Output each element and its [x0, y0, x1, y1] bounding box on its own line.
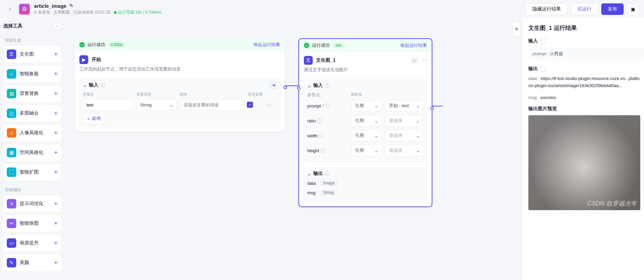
sidebar-item[interactable]: ▨背景替换+: [3, 85, 61, 102]
output-handle[interactable]: [284, 86, 287, 89]
workflow-title: article_image: [34, 3, 66, 9]
layout-button[interactable]: ▣: [627, 4, 639, 15]
info-icon[interactable]: i: [326, 103, 330, 108]
results-output-label: 输出: [528, 66, 538, 72]
param-mode-select[interactable]: 引用⌄: [351, 115, 382, 126]
sidebar-item[interactable]: ⛶智能扩图+: [3, 164, 61, 180]
output-msg-text: msg : success: [528, 94, 644, 101]
sidebar-item[interactable]: ▦空间风格化+: [3, 144, 61, 161]
output-row: msgString: [307, 189, 424, 196]
run-status-label: 运行成功: [87, 42, 105, 48]
output-handle[interactable]: [430, 107, 434, 110]
node-start[interactable]: ✓ 运行成功 0.000s 收起运行结果 ▶ 开始 工作流的起始节点，用于设定启…: [75, 38, 285, 132]
sidebar-item[interactable]: ☺智能换脸+: [3, 66, 61, 82]
param-value-select[interactable]: 开始 - text⌄: [385, 100, 424, 112]
workflow-canvas[interactable]: ≡ ✓ 运行成功 0.000s 收起运行结果 ▶ 开始 工作流的起始节点，用于设…: [64, 18, 522, 280]
tool-icon: ⛶: [7, 167, 16, 177]
add-tool-button[interactable]: +: [54, 169, 58, 176]
param-value-select[interactable]: 请选择⌄: [385, 130, 424, 141]
param-value-select[interactable]: 请选择⌄: [385, 115, 424, 126]
info-icon[interactable]: i: [317, 118, 322, 123]
sidebar-item[interactable]: ✎美颜+: [3, 255, 61, 271]
var-name-input[interactable]: [83, 99, 134, 111]
info-icon[interactable]: i: [325, 171, 330, 176]
info-icon[interactable]: i: [325, 83, 330, 88]
node-description: 工作流的起始节点，用于设定启动工作流需要的信息: [75, 66, 285, 76]
test-run-button[interactable]: 试运行: [571, 3, 598, 15]
node-description: 通过文字描述生成图片: [299, 67, 432, 76]
tool-icon: ◫: [7, 108, 16, 118]
param-row: prompt* i 引用⌄ 开始 - text⌄: [307, 100, 424, 112]
add-tool-button[interactable]: +: [54, 240, 58, 247]
add-tool-button[interactable]: +: [54, 51, 58, 58]
start-node-icon: ▶: [79, 55, 88, 64]
hide-results-button[interactable]: 隐藏运行结果: [526, 3, 567, 15]
run-status: 运行完成 18s | 0 Tokens: [114, 9, 161, 15]
copy-icon[interactable]: [541, 38, 546, 44]
output-type: Image: [320, 180, 338, 186]
info-icon[interactable]: i: [319, 133, 324, 138]
node-text-to-image[interactable]: ✓ 运行成功 14s 收起运行结果 文 文生图_1 ▷ ⋯ 通过文字描述生成图片…: [298, 38, 432, 207]
sidebar-item[interactable]: 文文生图+: [3, 46, 61, 62]
chevron-down-icon[interactable]: ⌄: [83, 82, 87, 88]
info-icon[interactable]: i: [320, 148, 325, 153]
collapse-results-link[interactable]: 收起运行结果: [254, 42, 280, 48]
edit-title-icon[interactable]: ✎: [69, 3, 74, 9]
publish-button[interactable]: 发布: [601, 3, 624, 15]
back-button[interactable]: [5, 4, 15, 14]
col-var-name: 变量名: [83, 92, 134, 97]
chevron-down-icon[interactable]: ⌄: [307, 83, 311, 88]
sidebar-item[interactable]: ≡提示词优化+: [3, 196, 61, 212]
tool-icon: ▨: [7, 89, 16, 98]
sidebar-item[interactable]: ▭画质提升+: [3, 235, 61, 251]
tool-label: 多图融合: [20, 110, 54, 116]
add-tool-button[interactable]: +: [54, 90, 58, 97]
param-value-select[interactable]: 请选择⌄: [385, 145, 424, 156]
add-tool-button[interactable]: +: [54, 200, 58, 207]
sidebar-item[interactable]: ◫多图融合+: [3, 105, 61, 121]
var-type-select[interactable]: String⌄: [136, 99, 177, 111]
add-tool-button[interactable]: +: [54, 71, 58, 78]
run-status-label: 运行成功: [312, 42, 330, 48]
var-desc-input[interactable]: [180, 99, 244, 111]
play-button[interactable]: ▷: [411, 57, 418, 64]
app-logo: ⚙: [19, 4, 30, 15]
add-tool-button[interactable]: +: [54, 220, 58, 227]
add-variable-button[interactable]: +新增: [83, 113, 105, 124]
remove-row-button[interactable]: −: [267, 102, 273, 108]
param-mode-select[interactable]: 引用⌄: [351, 130, 382, 141]
info-icon[interactable]: i: [100, 83, 105, 87]
input-handle[interactable]: [297, 86, 300, 90]
param-name: prompt* i: [307, 103, 348, 108]
add-tool-button[interactable]: +: [54, 129, 58, 137]
param-row: ratio i 引用⌄ 请选择⌄: [307, 115, 424, 126]
param-mode-select[interactable]: 引用⌄: [351, 100, 382, 112]
sidebar-item[interactable]: ✂智能抠图+: [3, 215, 61, 232]
section-title-input: 输入: [89, 82, 98, 88]
param-mode-select[interactable]: 引用⌄: [351, 145, 382, 156]
collapse-results-link[interactable]: 收起运行结果: [401, 42, 427, 48]
output-row: dataImage: [307, 180, 424, 186]
add-tool-button[interactable]: +: [54, 149, 58, 156]
chevron-down-icon[interactable]: ⌄: [307, 171, 311, 176]
workflow-subtitle: 文章配图: [54, 9, 70, 15]
output-type: String: [320, 189, 337, 196]
tool-label: 画质提升: [20, 240, 54, 246]
group-label-gen: 智能生成: [5, 38, 60, 43]
publish-status: 未发布: [34, 9, 50, 15]
output-image-preview[interactable]: CSDN @穿越光年: [528, 115, 640, 210]
node-title: 文生图_1: [316, 57, 408, 63]
sidebar-item[interactable]: ☺人像风格化+: [3, 125, 61, 141]
tool-icon: ✎: [7, 258, 16, 267]
output-name: data: [307, 181, 316, 186]
copy-icon[interactable]: [541, 66, 546, 72]
canvas-toolbar[interactable]: ≡: [512, 21, 521, 36]
collapse-sidebar-button[interactable]: [53, 22, 61, 30]
add-tool-button[interactable]: +: [54, 110, 58, 117]
import-icon[interactable]: ⇥: [270, 82, 277, 88]
add-tool-button[interactable]: +: [54, 259, 58, 266]
required-checkbox[interactable]: ✓: [247, 102, 253, 108]
tool-label: 智能换脸: [20, 71, 54, 77]
tool-icon: ≡: [7, 199, 16, 208]
more-icon[interactable]: ⋯: [422, 58, 427, 63]
